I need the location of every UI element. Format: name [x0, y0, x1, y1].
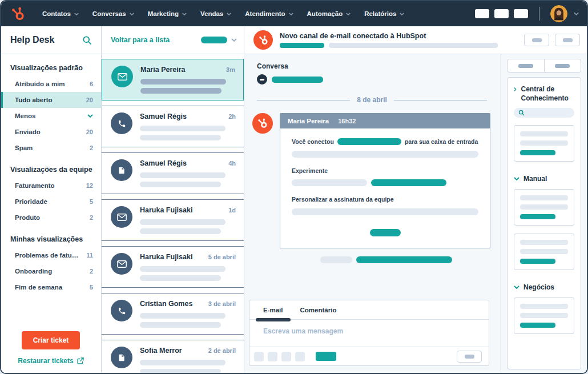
sidebar-view-item[interactable]: Tudo aberto 20 [1, 92, 101, 108]
sidebar-view-item[interactable]: Menos [1, 108, 101, 124]
view-count: 11 [86, 252, 93, 259]
format-tool-placeholder[interactable] [295, 352, 305, 361]
ticket-preview-placeholder [140, 313, 225, 319]
view-count: 2 [90, 268, 93, 275]
ticket-list-item[interactable]: Samuel Régis 2h [102, 106, 244, 147]
chevron-right-icon [514, 86, 517, 93]
topbar-tool-placeholder[interactable] [475, 9, 489, 18]
nav-item[interactable]: Vendas [200, 10, 231, 17]
composer-toolbar [249, 347, 489, 365]
ticket-list-item[interactable]: Haruka Fujisaki 5 de abril [102, 246, 244, 288]
knowledge-center-header[interactable]: Central de Conhecimento [514, 85, 574, 103]
channel-avatar [111, 300, 132, 321]
ticket-contact-name: Maria Pereira [140, 66, 186, 74]
nav-item[interactable]: Conversas [92, 10, 134, 17]
back-to-list-link[interactable]: Voltar para a lista [111, 36, 170, 44]
ticket-contact-name: Samuel Régis [140, 159, 187, 167]
sidebar-view-item[interactable]: Produto 2 [1, 210, 101, 226]
hubspot-logo-icon[interactable] [10, 6, 27, 22]
ticket-preview-placeholder [140, 369, 221, 373]
create-ticket-button[interactable]: Criar ticket [22, 331, 80, 349]
message-cta-placeholder[interactable] [370, 229, 401, 236]
ticket-list-item[interactable]: Sofia Merror 2 de abril [102, 340, 244, 373]
message-text: Você conectou [292, 138, 334, 145]
article-card[interactable] [514, 234, 574, 270]
format-tool-placeholder[interactable] [254, 352, 264, 361]
user-avatar[interactable] [550, 5, 567, 22]
nav-item[interactable]: Atendimento [245, 10, 293, 17]
chevron-down-icon[interactable] [231, 38, 237, 42]
view-count: 5 [90, 284, 93, 291]
composer-tab[interactable]: Comentário [300, 307, 337, 313]
main-nav: Contatos Conversas Marketing Vendas [42, 10, 404, 17]
helpdesk-app: Contatos Conversas Marketing Vendas [0, 0, 588, 374]
chat-channel-icon[interactable] [257, 74, 267, 85]
topbar-tool-placeholder[interactable] [514, 9, 528, 18]
message-input[interactable]: Escreva uma mensagem [249, 320, 489, 347]
panel-toggle-left[interactable] [508, 59, 544, 72]
format-tool-placeholder[interactable] [268, 352, 277, 361]
message-time: 16h32 [338, 118, 356, 124]
ticket-contact-name: Haruka Fujisaki [140, 206, 192, 214]
ticket-list-item[interactable]: Haruka Fujisaki 1d [102, 199, 244, 241]
view-count: 20 [86, 128, 93, 135]
sidebar-view-item[interactable]: Onboarding 2 [1, 263, 101, 279]
sidebar-view-item[interactable]: Atribuído a mim 6 [1, 76, 101, 92]
knowledge-search-input[interactable] [514, 108, 574, 118]
subject-placeholder [280, 43, 324, 48]
ticket-list-item[interactable]: Maria Pereira 3m [102, 59, 244, 100]
search-icon[interactable] [82, 35, 92, 45]
section-manual[interactable]: Manual [514, 175, 574, 182]
sort-placeholder[interactable] [201, 37, 227, 43]
sidebar-view-item[interactable]: Prioridade 5 [1, 194, 101, 210]
message-card: Maria Pereira 16h32 Você conectou para s… [280, 113, 490, 248]
ticket-contact-name: Haruka Fujisaki [140, 253, 192, 261]
restore-tickets-link[interactable]: Restaurar tickets [1, 357, 100, 365]
link-placeholder[interactable] [371, 179, 446, 186]
view-count: 6 [90, 81, 93, 87]
sidebar-view-item[interactable]: Faturamento 12 [1, 178, 101, 194]
ticket-timestamp: 1d [228, 207, 236, 214]
ticket-preview-placeholder [140, 126, 225, 131]
sidebar-section-default-views: Visualizações padrão Atribuído a mim 6 T… [1, 54, 101, 156]
article-card[interactable] [514, 125, 574, 162]
inline-placeholder [337, 138, 401, 145]
sidebar-view-item[interactable]: Fim de semana 5 [1, 279, 101, 295]
article-card[interactable] [514, 297, 574, 334]
sidebar-view-item[interactable]: Spam 2 [1, 140, 101, 156]
ticket-list-item[interactable]: Cristian Gomes 3 de abril [102, 293, 244, 335]
composer-tab[interactable]: E-mail [263, 307, 283, 313]
external-link-icon [77, 357, 84, 364]
search-icon [518, 110, 525, 116]
header-action-button[interactable] [524, 34, 549, 46]
ticket-preview-placeholder [140, 172, 225, 178]
phone-icon [118, 307, 126, 315]
topbar-tool-placeholder[interactable] [494, 9, 509, 18]
nav-item[interactable]: Relatórios [364, 10, 404, 17]
ticket-list-item[interactable]: Samuel Régis 4h [102, 152, 244, 194]
sidebar-view-item[interactable]: Problemas de fatu… 11 [1, 247, 101, 263]
text-placeholder [292, 208, 478, 215]
ticket-preview-placeholder [140, 322, 221, 328]
conversation-title: Novo canal de e-mail conectado à HubSpot [280, 32, 498, 40]
sidebar-view-item[interactable]: Enviado 20 [1, 124, 101, 140]
format-tool-placeholder[interactable] [281, 352, 291, 361]
ticket-preview-placeholder [140, 266, 225, 272]
article-card[interactable] [514, 189, 574, 226]
helpdesk-sidebar: Help Desk Visualizações padrão Atribuído… [1, 26, 102, 373]
header-action-button[interactable] [555, 34, 580, 46]
composer-action-button[interactable] [457, 351, 482, 363]
nav-item[interactable]: Marketing [148, 10, 187, 17]
ticket-contact-name: Sofia Merror [140, 347, 182, 355]
ticket-preview-placeholder [140, 275, 221, 281]
send-button-placeholder[interactable] [316, 352, 336, 361]
nav-item[interactable]: Contatos [42, 10, 79, 17]
view-count: 2 [90, 214, 93, 221]
section-negocios[interactable]: Negócios [514, 284, 574, 291]
ticket-timestamp: 4h [228, 160, 236, 167]
message-composer: E-mail Comentário Escreva uma mensagem [249, 300, 489, 366]
nav-item[interactable]: Automação [307, 10, 351, 17]
composer-tabs: E-mail Comentário [249, 300, 489, 320]
panel-toggle-right[interactable] [544, 59, 581, 72]
channel-avatar [111, 253, 132, 275]
